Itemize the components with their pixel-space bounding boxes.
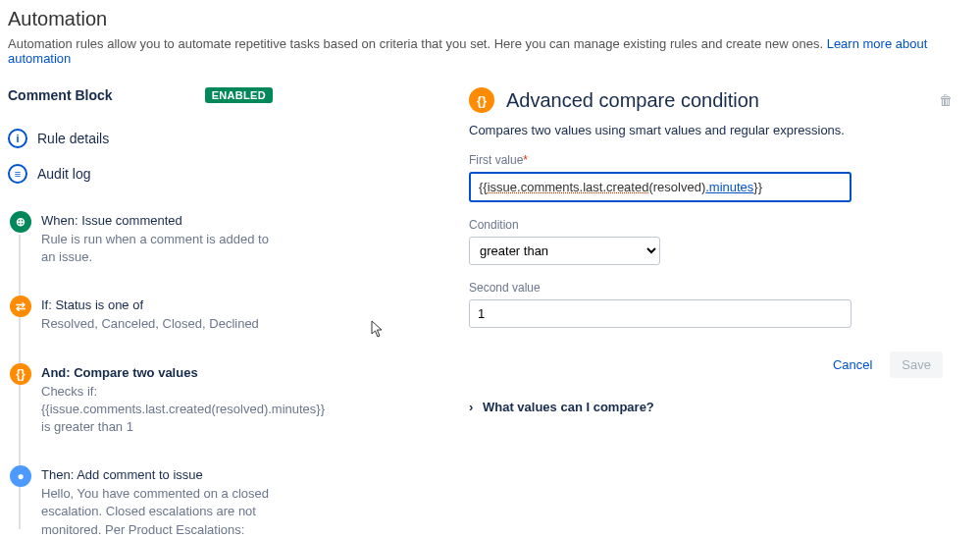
cancel-button[interactable]: Cancel [821, 351, 884, 378]
status-badge: ENABLED [205, 87, 273, 103]
trigger-item[interactable]: ⊕ When: Issue commented Rule is run when… [10, 211, 273, 266]
braces-icon: {} [10, 363, 31, 385]
chain-subtitle: Hello, You have commented on a closed es… [41, 485, 273, 539]
second-value-label: Second value [469, 281, 953, 295]
chain-subtitle: Resolved, Canceled, Closed, Declined [41, 315, 273, 333]
condition-label: Condition [469, 218, 953, 232]
trigger-icon: ⊕ [10, 211, 31, 233]
rule-chain: ⊕ When: Issue commented Rule is run when… [8, 211, 273, 539]
chain-subtitle: Checks if: {{issue.comments.last.created… [41, 383, 273, 437]
page-title: Automation [8, 8, 972, 30]
panel-title: Advanced compare condition [506, 89, 931, 112]
rule-name: Comment Block [8, 87, 113, 103]
list-icon: ≡ [8, 164, 27, 184]
chain-title: When: Issue commented [41, 211, 273, 228]
page-header: Automation Automation rules allow you to… [8, 8, 972, 66]
condition-compare-item[interactable]: {} And: Compare two values Checks if: {{… [10, 363, 273, 437]
chain-title: Then: Add comment to issue [41, 465, 273, 482]
chain-title: If: Status is one of [41, 296, 273, 312]
nav-label: Rule details [37, 131, 109, 146]
help-expander[interactable]: What values can I compare? [469, 400, 953, 414]
branch-icon: ⇄ [10, 296, 31, 317]
detail-panel: {} Advanced compare condition 🗑 Compares… [302, 87, 972, 539]
rule-sidebar: Comment Block ENABLED i Rule details ≡ A… [8, 87, 273, 539]
condition-status-item[interactable]: ⇄ If: Status is one of Resolved, Cancele… [10, 296, 273, 333]
first-value-label: First value* [469, 153, 953, 167]
action-icon: ● [10, 465, 31, 487]
rule-header: Comment Block ENABLED [8, 87, 273, 103]
page-description: Automation rules allow you to automate r… [8, 36, 972, 66]
chain-subtitle: Rule is run when a comment is added to a… [41, 231, 273, 266]
save-button[interactable]: Save [890, 351, 943, 378]
action-comment-item[interactable]: ● Then: Add comment to issue Hello, You … [10, 465, 273, 539]
nav-audit-log[interactable]: ≡ Audit log [8, 156, 273, 191]
panel-description: Compares two values using smart values a… [469, 123, 953, 137]
condition-select[interactable]: greater than [469, 237, 660, 265]
second-value-input[interactable] [469, 299, 851, 328]
first-value-input[interactable]: {{issue.comments.last.created(resolved).… [469, 172, 851, 202]
nav-label: Audit log [37, 166, 90, 182]
info-icon: i [8, 129, 27, 148]
delete-icon[interactable]: 🗑 [939, 92, 953, 108]
braces-icon: {} [469, 87, 494, 113]
chain-title: And: Compare two values [41, 363, 273, 380]
nav-rule-details[interactable]: i Rule details [8, 121, 273, 156]
